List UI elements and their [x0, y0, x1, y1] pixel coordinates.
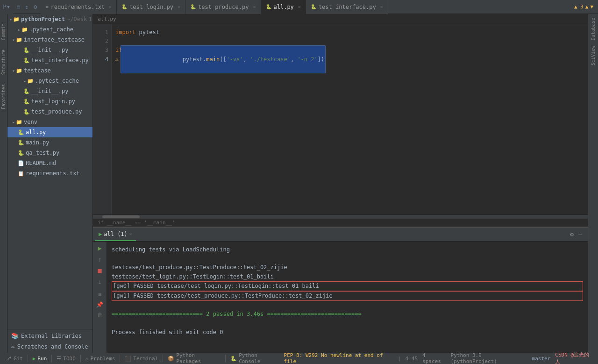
tab-label-all: all.py [274, 4, 294, 10]
bottom-nav-python-packages[interactable]: 📦 Python Packages [164, 353, 224, 364]
toolbar-settings-btn[interactable]: ⚙ [568, 230, 576, 239]
tab-test-produce[interactable]: 🐍 test_produce.py ✕ [185, 0, 261, 14]
sidebar-item-pytest-cache2[interactable]: 📁 .pytest_cache [7, 76, 93, 86]
arrow-venv [12, 120, 15, 125]
status-csdn: CSDN @追光的人 [555, 351, 592, 364]
sidebar-item-qa-test-py[interactable]: 🐍 qa_test.py [7, 148, 93, 158]
status-spaces: 4 spaces [422, 352, 446, 364]
arrow-project [9, 17, 12, 22]
run-stop-btn[interactable]: ■ [97, 266, 102, 275]
run-down-btn[interactable]: ↓ [97, 277, 102, 286]
sidebar-item-all-py[interactable]: 🐍 all.py [7, 127, 93, 137]
folder-icon-pytest-cache: 📁 [21, 27, 28, 33]
tab-requirements[interactable]: ≡ requirements.txt ✕ [41, 0, 117, 14]
right-tool-sciview[interactable]: SciView [590, 44, 597, 67]
txt-icon-requirements: 📋 [18, 171, 24, 177]
fn-main: main [206, 56, 220, 63]
nav-sep-4 [120, 355, 120, 362]
sidebar-item-pytest-cache[interactable]: 📁 .pytest_cache [7, 24, 93, 35]
run-play-btn[interactable]: ▶ [97, 243, 102, 253]
sidebar-item-venv[interactable]: 📁 venv [7, 117, 93, 127]
sidebar-item-requirements[interactable]: 📋 requirements.txt [7, 168, 93, 178]
run-pin-btn[interactable]: 📌 [95, 300, 104, 309]
tab-close-test-interface[interactable]: ✕ [380, 4, 383, 9]
md-icon-readme: 📄 [18, 160, 24, 166]
status-python[interactable]: Python 3.9 (pythonProject) [451, 352, 527, 364]
toolbar-icon-2[interactable]: ↕ [23, 2, 31, 11]
run-trash-btn[interactable]: 🗑 [96, 311, 104, 319]
run-tab-close[interactable]: ✕ [129, 231, 132, 236]
bottom-toolbar: ⚙ — [568, 230, 586, 239]
run-up-btn[interactable]: ↑ [97, 255, 102, 264]
sidebar-item-interface-testcase[interactable]: 📁 interface_testcase [7, 35, 93, 45]
bottom-panel: ▶ all (1) ✕ ⚙ — ▶ ↑ ■ [93, 227, 588, 353]
code-line-4: ⚠ pytest.main(['-vs', './testcase', '-n … [115, 55, 588, 64]
project-name: pythonProject [21, 16, 65, 22]
sidebar-item-testcase[interactable]: 📁 testcase [7, 65, 93, 76]
sidebar-label-requirements: requirements.txt [26, 170, 80, 177]
toolbar-minimize-btn[interactable]: — [577, 230, 584, 239]
outer-left-commit[interactable]: Commit [1, 23, 6, 40]
tab-test-interface[interactable]: 🐍 test_interface.py ✕ [306, 0, 388, 14]
tab-all[interactable]: 🐍 all.py ✕ [261, 0, 306, 14]
arrow-interface-testcase [12, 37, 15, 43]
h-scrollbar[interactable] [93, 214, 588, 218]
kw-import: import [115, 28, 139, 37]
tab-icon-requirements: ≡ [45, 4, 48, 9]
bottom-nav-run[interactable]: ▶ Run [29, 353, 51, 364]
code-area[interactable]: import pytest ▶ if __name__ == '__main__… [112, 24, 588, 214]
sidebar-item-init-1[interactable]: 🐍 __init__.py [7, 45, 93, 55]
breadcrumb-bar: all.py [93, 14, 588, 24]
bottom-nav-problems[interactable]: ⚠ Problems [82, 353, 119, 364]
tab-close-requirements[interactable]: ✕ [109, 4, 112, 9]
sidebar-label-test-produce: test_produce.py [31, 108, 82, 115]
py-icon-main: 🐍 [18, 140, 24, 146]
sidebar-label-readme: README.md [26, 160, 56, 166]
code-line-1: import pytest [115, 28, 588, 37]
bottom-nav-terminal[interactable]: ⬛ Terminal [121, 353, 162, 364]
tab-icon-test-login: 🐍 [121, 4, 127, 9]
toolbar-icon-3[interactable]: ⚙ [32, 2, 39, 11]
status-git-branch[interactable]: master [532, 356, 551, 362]
warnings-count: ▲ 3 [574, 4, 584, 10]
editor-main[interactable]: 1 2 3 4 import pytest ▶ [93, 24, 588, 214]
outer-left-structure[interactable]: Structure [1, 50, 6, 75]
tab-close-test-produce[interactable]: ✕ [253, 4, 256, 9]
sidebar-item-test-produce[interactable]: 🐍 test_produce.py [7, 107, 93, 117]
sidebar-label-interface-testcase: interface_testcase [24, 36, 85, 43]
sidebar-item-test-login[interactable]: 🐍 test_login.py [7, 96, 93, 107]
run-wrap-btn[interactable]: ≡ [97, 290, 102, 299]
toolbar-icon-1[interactable]: ≡ [15, 2, 22, 11]
output-line-3: testcase/test_produce.py::TestProduce::t… [112, 263, 583, 272]
nav-sep-3 [80, 355, 81, 362]
tab-test-login[interactable]: 🐍 test_login.py ✕ [117, 0, 185, 14]
sidebar-item-main-py[interactable]: 🐍 main.py [7, 137, 93, 148]
tab-close-test-login[interactable]: ✕ [178, 4, 180, 9]
nav-sep-6 [225, 355, 226, 362]
tab-close-all[interactable]: ✕ [298, 4, 301, 9]
bottom-nav-git[interactable]: ⎇ Git [2, 353, 27, 364]
right-side-tools: Database SciView [588, 14, 598, 353]
python-packages-icon: 📦 [168, 356, 174, 362]
bottom-nav-todo[interactable]: ☰ TODO [53, 353, 79, 364]
sidebar-item-init-2[interactable]: 🐍 __init__.py [7, 86, 93, 96]
folder-icon-venv: 📁 [16, 119, 22, 125]
outer-left-favorites[interactable]: Favorites [1, 84, 6, 109]
warnings-badge[interactable]: ▲ 3 ▲ ▼ [570, 4, 598, 10]
sidebar: 📁 pythonProject ~/Desk 1 📁 .pytest_cache… [7, 14, 93, 353]
bottom-nav-terminal-label: Terminal [133, 356, 158, 362]
sidebar-item-project[interactable]: 📁 pythonProject ~/Desk 1 [7, 14, 93, 24]
sidebar-item-test-interface[interactable]: 🐍 test_interface.py [7, 55, 93, 65]
sidebar-label-qa-test-py: qa_test.py [26, 150, 59, 156]
output-line-2 [112, 254, 583, 263]
py-icon-test-produce: 🐍 [23, 109, 30, 115]
folder-icon-interface-testcase: 📁 [16, 37, 22, 43]
sidebar-label-test-interface: test_interface.py [31, 57, 89, 64]
sidebar-item-scratches[interactable]: ✏ Scratches and Console [7, 341, 93, 352]
run-tab-all[interactable]: ▶ all (1) ✕ [95, 228, 136, 241]
sidebar-item-external-libraries[interactable]: 📚 External Libraries [7, 330, 93, 341]
sidebar-item-readme[interactable]: 📄 README.md [7, 158, 93, 168]
status-time: 4:45 [406, 356, 418, 362]
bottom-nav-python-console[interactable]: 🐍 Python Console [227, 353, 284, 364]
right-tool-database[interactable]: Database [590, 16, 597, 42]
